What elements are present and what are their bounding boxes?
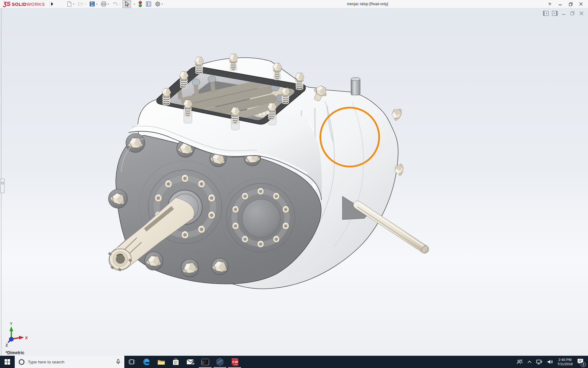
dropdown-caret-icon: ▾	[550, 3, 551, 6]
dropdown-caret-icon[interactable]: ▾	[162, 3, 163, 6]
cmd-prompt-text: C:\_	[202, 360, 207, 363]
pane-tab-dot-icon	[1, 182, 4, 184]
minimize-button[interactable]	[556, 1, 565, 7]
taskbar-app-hexagon[interactable]	[213, 356, 227, 368]
start-button[interactable]	[0, 356, 15, 368]
taskbar-app-mail[interactable]	[183, 356, 198, 368]
notification-count-badge: 3	[581, 362, 586, 367]
graphics-viewport[interactable]: Y X Z *Dimetric	[0, 8, 588, 356]
taskbar-app-solidworks[interactable]: SW 2017	[227, 356, 242, 368]
taskbar-clock[interactable]: 2:40 PM 7/11/2018	[557, 358, 573, 366]
restore-button[interactable]	[566, 1, 575, 7]
select-cursor-icon	[124, 1, 130, 7]
save-button[interactable]: ▾	[88, 0, 99, 8]
mail-icon	[187, 359, 194, 365]
x-axis-label: X	[25, 335, 28, 340]
microphone-icon[interactable]	[116, 359, 121, 365]
windows-taskbar: Type here to search	[0, 356, 588, 368]
dropdown-caret-icon: ▾	[134, 3, 135, 6]
pane-left-icon	[543, 11, 549, 16]
solidworks-logo: ƷS SOLIDWORKS	[0, 0, 48, 8]
save-floppy-icon	[89, 1, 95, 7]
view-traffic-light-button[interactable]	[137, 0, 144, 8]
dropdown-caret-icon[interactable]: ▾	[73, 3, 74, 6]
people-tray-icon[interactable]	[516, 359, 523, 365]
document-window-controls	[543, 10, 584, 16]
y-axis-label: Y	[10, 321, 13, 326]
minimize-icon	[558, 2, 562, 6]
desktop: ƷS SOLIDWORKS ▾ ▾	[0, 0, 588, 368]
printer-icon	[100, 1, 107, 7]
restore-icon	[569, 2, 573, 6]
help-button[interactable]: ? ▾	[545, 1, 554, 7]
new-document-icon	[66, 1, 72, 7]
taskbar-app-command-prompt[interactable]: C:\_	[198, 356, 213, 368]
menu-flyout-arrow[interactable]	[49, 1, 55, 7]
restore-icon	[570, 11, 575, 15]
dropdown-caret-icon[interactable]: ▾	[85, 3, 86, 6]
select-tool-dropdown[interactable]: ▾	[132, 2, 136, 6]
show-hidden-icons-chevron[interactable]	[527, 360, 532, 363]
minimize-icon	[562, 11, 566, 15]
close-button[interactable]	[576, 1, 586, 7]
system-tray: 2:40 PM 7/11/2018 3	[516, 356, 588, 368]
document-title: menjac sklop [Read-only]	[347, 0, 388, 8]
clock-date: 7/11/2018	[557, 362, 573, 366]
open-document-button[interactable]: ▾	[76, 0, 87, 8]
quick-access-toolbar: ▾ ▾ ▾	[65, 0, 164, 8]
z-axis-ball-icon	[9, 337, 13, 341]
collapse-pane-left-button[interactable]	[543, 10, 549, 16]
dropdown-caret-icon[interactable]: ▾	[119, 3, 121, 6]
file-explorer-icon	[157, 359, 165, 365]
close-document-button[interactable]	[578, 10, 584, 16]
task-view-icon	[128, 359, 135, 365]
sw-year: 2017	[234, 364, 238, 366]
view-orientation-label: *Dimetric	[6, 350, 24, 355]
print-button[interactable]: ▾	[99, 0, 110, 8]
taskbar-app-task-view[interactable]	[124, 356, 139, 368]
options-button[interactable]: ▾	[153, 0, 164, 8]
display-pane-icon	[145, 1, 152, 7]
cortana-icon	[18, 359, 25, 365]
undo-button[interactable]: ▾	[111, 0, 122, 8]
new-document-button[interactable]: ▾	[65, 0, 76, 8]
search-placeholder: Type here to search	[28, 360, 113, 364]
taskbar-app-store[interactable]	[168, 356, 183, 368]
hexagon-app-icon	[216, 358, 224, 366]
action-center-button[interactable]: 3	[577, 358, 584, 366]
restore-document-button[interactable]	[569, 10, 575, 16]
gear-icon	[155, 1, 161, 7]
collapse-pane-right-button[interactable]	[552, 10, 558, 16]
dropdown-caret-icon[interactable]: ▾	[108, 3, 109, 6]
volume-tray-icon[interactable]	[547, 359, 553, 365]
taskbar-app-edge[interactable]	[139, 356, 154, 368]
clock-time: 2:40 PM	[557, 358, 573, 362]
dassault-logo-icon: ƷS	[3, 1, 10, 7]
taskbar-search[interactable]: Type here to search	[15, 356, 124, 368]
minimize-document-button[interactable]	[560, 10, 567, 16]
edge-browser-icon	[142, 358, 150, 366]
pane-right-icon	[552, 11, 558, 16]
sw-letters: SW	[232, 360, 239, 364]
undo-arrow-icon	[112, 1, 119, 7]
app-window-controls: ? ▾	[545, 0, 586, 8]
taskbar-app-file-explorer[interactable]	[154, 356, 168, 368]
display-pane-button[interactable]	[144, 0, 153, 8]
open-folder-icon	[77, 1, 84, 7]
flyout-triangle-icon	[51, 2, 53, 6]
dropdown-caret-icon[interactable]: ▾	[96, 3, 97, 6]
windows-logo-icon	[5, 359, 10, 365]
network-tray-icon[interactable]	[536, 359, 543, 365]
microsoft-store-icon	[172, 358, 179, 366]
collapsed-feature-pane-tab[interactable]	[1, 179, 4, 193]
gray-shaft-stub	[351, 78, 360, 95]
close-icon	[579, 2, 583, 6]
z-axis-label: Z	[6, 343, 8, 347]
gearbox-3d-scene[interactable]: Y X Z	[0, 8, 588, 356]
solidworks-app-icon: SW 2017	[231, 358, 239, 366]
bearing-dome-cover	[242, 199, 280, 237]
traffic-light-icon	[138, 1, 142, 7]
command-prompt-icon: C:\_	[201, 358, 209, 366]
close-icon	[579, 11, 583, 15]
select-tool-button[interactable]	[123, 0, 131, 8]
